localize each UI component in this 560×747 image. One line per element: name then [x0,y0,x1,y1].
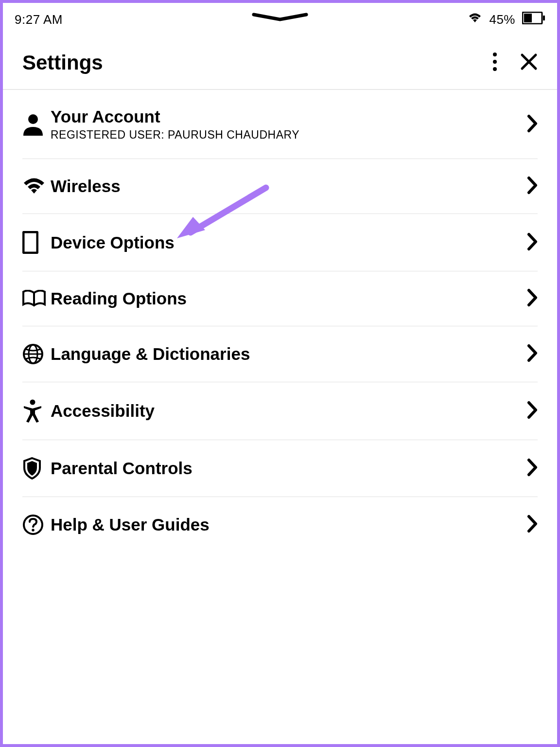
item-title: Accessibility [51,401,527,421]
globe-icon [22,343,51,365]
settings-list: Your Account REGISTERED USER: PAURUSH CH… [3,90,557,552]
svg-point-3 [493,53,497,56]
item-title: Reading Options [51,289,527,308]
header-actions [492,52,538,73]
page-title: Settings [22,51,103,74]
settings-item-help-user-guides[interactable]: Help & User Guides [22,497,538,552]
wifi-icon [22,177,51,196]
svg-point-12 [30,400,35,405]
item-title: Parental Controls [51,459,527,478]
settings-item-reading-options[interactable]: Reading Options [22,271,538,326]
svg-point-5 [493,67,497,71]
svg-point-6 [28,114,38,124]
device-icon [22,231,51,254]
svg-point-14 [32,529,35,532]
chevron-right-icon [527,288,538,309]
help-icon [22,514,51,535]
item-text: Accessibility [51,401,527,421]
accessibility-icon [22,399,51,423]
item-title: Device Options [51,233,527,252]
svg-rect-7 [23,232,37,253]
svg-rect-1 [524,14,532,22]
item-subtitle: REGISTERED USER: PAURUSH CHAUDHARY [51,128,527,142]
chevron-right-icon [527,458,538,479]
item-text: Reading Options [51,289,527,308]
device-frame: 9:27 AM 45% Settings [3,3,557,744]
settings-item-device-options[interactable]: Device Options [22,214,538,271]
battery-icon [522,12,545,28]
status-battery-percent: 45% [489,12,515,27]
chevron-right-icon [527,344,538,364]
chevron-right-icon [527,515,538,535]
svg-point-4 [493,60,497,64]
chevron-right-icon [527,176,538,196]
book-icon [22,290,51,307]
item-text: Your Account REGISTERED USER: PAURUSH CH… [51,107,527,142]
item-text: Parental Controls [51,459,527,478]
svg-rect-2 [543,16,545,20]
item-text: Wireless [51,177,527,196]
status-right: 45% [468,12,545,28]
settings-item-language-dictionaries[interactable]: Language & Dictionaries [22,326,538,382]
more-options-icon[interactable] [492,52,498,73]
item-title: Wireless [51,177,527,196]
settings-item-parental-controls[interactable]: Parental Controls [22,440,538,497]
header: Settings [3,33,557,90]
item-title: Your Account [51,107,527,126]
item-title: Language & Dictionaries [51,344,527,364]
chevron-right-icon [527,114,538,135]
item-title: Help & User Guides [51,515,527,534]
item-text: Device Options [51,233,527,252]
shield-icon [22,457,51,480]
item-text: Language & Dictionaries [51,344,527,364]
chevron-right-icon [527,401,538,421]
wifi-status-icon [468,12,482,27]
person-icon [22,113,51,136]
chevron-right-icon [527,232,538,253]
status-time: 9:27 AM [15,12,63,27]
item-text: Help & User Guides [51,515,527,534]
settings-item-accessibility[interactable]: Accessibility [22,382,538,440]
settings-item-wireless[interactable]: Wireless [22,159,538,214]
settings-item-your-account[interactable]: Your Account REGISTERED USER: PAURUSH CH… [22,90,538,159]
close-icon[interactable] [520,53,538,72]
pulldown-handle-icon[interactable] [251,13,309,23]
